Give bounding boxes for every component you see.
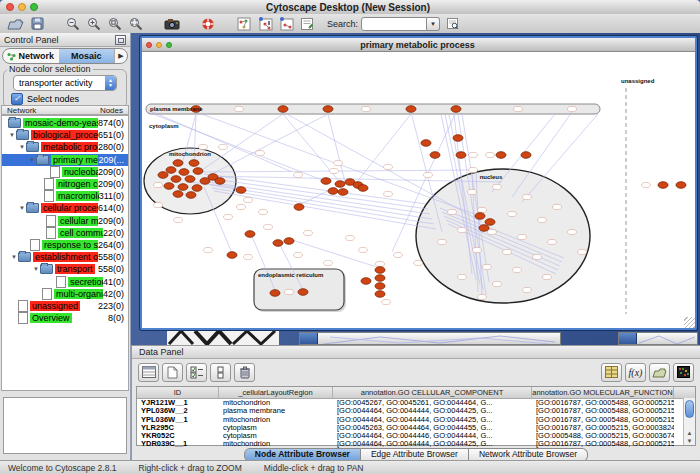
folder-icon	[16, 130, 29, 140]
scroll-down-icon[interactable]: ▼	[684, 438, 695, 444]
column-header[interactable]: annotation.GO MOLECULAR_FUNCTION	[532, 387, 674, 398]
attribute-matrix-button[interactable]	[673, 363, 694, 382]
select-attributes-button[interactable]	[138, 363, 159, 382]
tree-row[interactable]: ▼primary metabo209(...	[2, 154, 128, 166]
expand-arrow-icon[interactable]: ▼	[8, 132, 16, 138]
tree-row[interactable]: mosaic-demo-yeast874(0)	[2, 117, 128, 129]
expand-arrow-icon[interactable]: ▼	[18, 205, 26, 211]
delete-attribute-button[interactable]	[234, 363, 255, 382]
network-view-titlebar[interactable]: primary metabolic process	[142, 38, 695, 52]
advanced-search-icon	[446, 17, 459, 30]
tree-row[interactable]: ▼establishment of lo558(0)	[2, 251, 128, 263]
file-icon	[42, 288, 52, 300]
expand-arrow-icon[interactable]: ▼	[28, 157, 36, 163]
tree-row[interactable]: ▼cellular process614(0)	[2, 202, 128, 214]
tab-mosaic[interactable]: Mosaic	[59, 49, 115, 63]
tree-row[interactable]: nucleobase-209(0)	[2, 166, 128, 178]
tree-row[interactable]: unassigned223(0)	[2, 300, 128, 312]
save-button[interactable]	[28, 15, 46, 32]
background-strip-network	[300, 334, 561, 345]
network-view-window: primary metabolic process plasma membran…	[140, 36, 697, 330]
zoom-selected-button[interactable]	[106, 15, 124, 32]
data-panel-toolbar: f(x)	[132, 359, 700, 385]
table-row[interactable]: YKR052Ccytoplasm[GO:0044464, GO:0044446,…	[137, 432, 695, 440]
zoom-button[interactable]	[30, 3, 38, 11]
import-attributes-button[interactable]	[649, 363, 670, 382]
tree-row[interactable]: ▼transport558(0)	[2, 263, 128, 275]
expand-arrow-icon[interactable]: ▼	[32, 266, 40, 272]
network-tab-icon	[7, 52, 16, 61]
close-button[interactable]	[6, 3, 14, 11]
scroll-up-icon[interactable]: ▲	[684, 430, 695, 436]
column-header[interactable]: annotation.GO CELLULAR_COMPONENT	[333, 387, 532, 398]
select-nodes-checkbox[interactable]: ✓ Select nodes	[11, 93, 123, 105]
advanced-search-button[interactable]	[443, 15, 461, 32]
tree-row[interactable]: nitrogen compo209(0)	[2, 178, 128, 190]
tree-row-count: 558(0)	[98, 252, 128, 262]
column-header[interactable]: ID	[137, 387, 219, 398]
create-attribute-button[interactable]	[162, 363, 183, 382]
snapshot-button[interactable]	[163, 15, 181, 32]
tree-row[interactable]: response to stimulu264(0)	[2, 239, 128, 251]
tabs-overflow-arrow[interactable]: ▶	[114, 49, 127, 63]
resize-grip[interactable]	[684, 317, 695, 328]
tree-row[interactable]: secretion41(0)	[2, 275, 128, 287]
background-window-strip[interactable]	[618, 332, 698, 345]
help-button[interactable]	[199, 15, 217, 32]
minimize-view-button[interactable]	[156, 42, 162, 48]
tree-row-label: primary metabo	[51, 155, 98, 165]
tree-row[interactable]: ▼biological_process651(0)	[2, 129, 128, 141]
zoom-fit-button[interactable]	[127, 15, 145, 32]
search-input[interactable]	[361, 17, 427, 31]
table-cell: mitochondrion	[219, 416, 333, 424]
folder-icon	[40, 264, 53, 274]
expand-arrow-icon[interactable]: ▼	[18, 144, 26, 150]
minimize-button[interactable]	[18, 3, 26, 11]
table-row[interactable]: YJR121W__1mitochondrion[GO:0045267, GO:0…	[137, 399, 695, 407]
scrollbar-thumb[interactable]	[685, 400, 694, 418]
table-scrollbar[interactable]: ▲ ▼	[683, 398, 695, 445]
table-row[interactable]: YPL036W__2plasma membrane[GO:0044464, GO…	[137, 407, 695, 415]
open-button[interactable]	[6, 15, 25, 32]
zoom-out-button[interactable]	[64, 15, 82, 32]
tree-row[interactable]: ▼metabolic process280(0)	[2, 141, 128, 153]
search-dropdown-button[interactable]: ▾	[427, 17, 440, 31]
table-row[interactable]: YPL036W__1mitochondrion[GO:0044464, GO:0…	[137, 416, 695, 424]
tree-row[interactable]: multi-organism pro42(0)	[2, 288, 128, 300]
unselect-attributes-button[interactable]	[210, 363, 231, 382]
network-canvas[interactable]: plasma membranecytoplasmmitochondrionnuc…	[142, 52, 695, 328]
column-header[interactable]: _cellularLayoutRegion	[219, 387, 333, 398]
select-all-attributes-button[interactable]	[186, 363, 207, 382]
expand-arrow-icon[interactable]: ▼	[10, 254, 18, 260]
tab-network[interactable]: Network	[3, 49, 59, 63]
tree-row[interactable]: cellular metabo209(0)	[2, 215, 128, 227]
close-view-button[interactable]	[146, 42, 152, 48]
zoom-out-icon	[66, 17, 80, 31]
tree-row-count: 209(0)	[98, 179, 128, 189]
tree-row[interactable]: cell communicat22(0)	[2, 227, 128, 239]
table-cell: YPL036W__1	[137, 416, 219, 424]
modify-network-remove-button[interactable]	[277, 15, 295, 32]
color-attribute-dropdown[interactable]: transporter activity ▲▼	[13, 75, 117, 91]
annotation-button[interactable]	[298, 15, 316, 32]
network-overview-button[interactable]	[235, 15, 253, 32]
zoom-in-button[interactable]	[85, 15, 103, 32]
window-titlebar[interactable]: Cytoscape Desktop (New Session)	[0, 0, 700, 15]
background-window-thumbnail[interactable]	[167, 330, 279, 345]
file-icon	[18, 312, 28, 324]
network-navigator-panel[interactable]	[3, 397, 127, 454]
tree-row[interactable]: Overview8(0)	[2, 312, 128, 324]
function-builder-button[interactable]: f(x)	[625, 363, 646, 382]
tree-row[interactable]: macromolecule311(0)	[2, 190, 128, 202]
table-header-row[interactable]: ID_cellularLayoutRegionannotation.GO CEL…	[137, 387, 695, 399]
tree-row-count: 223(0)	[98, 301, 128, 311]
background-window-strip[interactable]	[299, 332, 561, 345]
zoom-fit-icon	[129, 17, 143, 31]
float-panel-icon[interactable]	[115, 35, 126, 45]
status-welcome: Welcome to Cytoscape 2.8.1	[8, 463, 117, 473]
network-canvas-svg[interactable]: plasma membranecytoplasmmitochondrionnuc…	[142, 52, 695, 328]
table-row[interactable]: YLR295Ccytoplasm[GO:0045263, GO:0044464,…	[137, 424, 695, 432]
table-cell: [GO:0044464, GO:0044444, GO:0044425, G..…	[333, 416, 532, 424]
save-table-button[interactable]	[601, 363, 622, 382]
modify-network-add-button[interactable]	[256, 15, 274, 32]
